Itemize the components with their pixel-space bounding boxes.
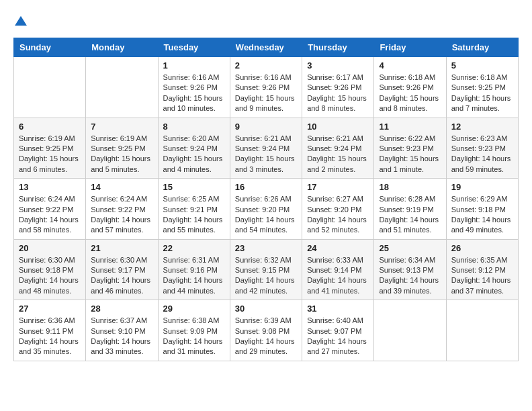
day-number: 20: [19, 243, 81, 253]
day-info: Sunrise: 6:17 AM Sunset: 9:26 PM Dayligh…: [307, 73, 369, 114]
day-info: Sunrise: 6:19 AM Sunset: 9:25 PM Dayligh…: [91, 134, 152, 175]
day-number: 12: [451, 122, 513, 132]
calendar-cell: 21Sunrise: 6:30 AM Sunset: 9:17 PM Dayli…: [86, 239, 158, 300]
day-info: Sunrise: 6:29 AM Sunset: 9:18 PM Dayligh…: [451, 194, 513, 236]
calendar-cell: 11Sunrise: 6:22 AM Sunset: 9:23 PM Dayli…: [374, 118, 446, 179]
day-info: Sunrise: 6:19 AM Sunset: 9:25 PM Dayligh…: [19, 134, 81, 175]
day-info: Sunrise: 6:30 AM Sunset: 9:18 PM Dayligh…: [19, 255, 81, 297]
day-number: 30: [235, 304, 297, 314]
day-info: Sunrise: 6:25 AM Sunset: 9:21 PM Dayligh…: [163, 194, 225, 236]
day-info: Sunrise: 6:20 AM Sunset: 9:24 PM Dayligh…: [163, 134, 225, 175]
calendar-cell: 30Sunrise: 6:39 AM Sunset: 9:08 PM Dayli…: [230, 300, 302, 361]
day-number: 13: [19, 182, 81, 192]
day-number: 15: [163, 182, 225, 192]
day-number: 26: [451, 243, 513, 253]
calendar-cell: 13Sunrise: 6:24 AM Sunset: 9:22 PM Dayli…: [14, 179, 86, 240]
day-info: Sunrise: 6:24 AM Sunset: 9:22 PM Dayligh…: [19, 194, 81, 236]
day-number: 21: [91, 243, 152, 253]
day-info: Sunrise: 6:22 AM Sunset: 9:23 PM Dayligh…: [379, 134, 441, 175]
day-info: Sunrise: 6:31 AM Sunset: 9:16 PM Dayligh…: [163, 255, 225, 297]
day-info: Sunrise: 6:30 AM Sunset: 9:17 PM Dayligh…: [91, 255, 152, 297]
day-number: 27: [19, 304, 81, 314]
page-header: [13, 13, 519, 31]
calendar-cell: 26Sunrise: 6:35 AM Sunset: 9:12 PM Dayli…: [446, 239, 518, 300]
calendar-cell: 7Sunrise: 6:19 AM Sunset: 9:25 PM Daylig…: [86, 118, 158, 179]
calendar-cell: 8Sunrise: 6:20 AM Sunset: 9:24 PM Daylig…: [158, 118, 230, 179]
calendar-week-row: 6Sunrise: 6:19 AM Sunset: 9:25 PM Daylig…: [14, 118, 519, 179]
calendar-week-row: 13Sunrise: 6:24 AM Sunset: 9:22 PM Dayli…: [14, 179, 519, 240]
day-info: Sunrise: 6:28 AM Sunset: 9:19 PM Dayligh…: [379, 194, 441, 236]
day-info: Sunrise: 6:16 AM Sunset: 9:26 PM Dayligh…: [163, 73, 225, 114]
day-number: 28: [91, 304, 152, 314]
day-number: 14: [91, 182, 152, 192]
day-number: 5: [451, 60, 513, 71]
day-number: 11: [379, 122, 441, 132]
day-number: 2: [235, 60, 297, 71]
calendar-cell: 27Sunrise: 6:36 AM Sunset: 9:11 PM Dayli…: [14, 300, 86, 361]
day-info: Sunrise: 6:40 AM Sunset: 9:07 PM Dayligh…: [307, 316, 369, 357]
calendar-week-row: 27Sunrise: 6:36 AM Sunset: 9:11 PM Dayli…: [14, 300, 519, 361]
calendar-cell: 23Sunrise: 6:32 AM Sunset: 9:15 PM Dayli…: [230, 239, 302, 300]
day-number: 16: [235, 182, 297, 192]
day-info: Sunrise: 6:18 AM Sunset: 9:25 PM Dayligh…: [451, 73, 513, 114]
svg-marker-0: [15, 16, 27, 26]
calendar-cell: 29Sunrise: 6:38 AM Sunset: 9:09 PM Dayli…: [158, 300, 230, 361]
day-number: 24: [307, 243, 369, 253]
day-info: Sunrise: 6:24 AM Sunset: 9:22 PM Dayligh…: [91, 194, 152, 236]
day-number: 31: [307, 304, 369, 314]
day-number: 4: [379, 60, 441, 71]
calendar-cell: 3Sunrise: 6:17 AM Sunset: 9:26 PM Daylig…: [302, 57, 374, 118]
calendar-cell: 1Sunrise: 6:16 AM Sunset: 9:26 PM Daylig…: [158, 57, 230, 118]
day-number: 3: [307, 60, 369, 71]
day-info: Sunrise: 6:21 AM Sunset: 9:24 PM Dayligh…: [307, 134, 369, 175]
calendar-cell: 28Sunrise: 6:37 AM Sunset: 9:10 PM Dayli…: [86, 300, 158, 361]
calendar-cell: [86, 57, 158, 118]
calendar-cell: [446, 300, 518, 361]
day-number: 29: [163, 304, 225, 314]
calendar-cell: 6Sunrise: 6:19 AM Sunset: 9:25 PM Daylig…: [14, 118, 86, 179]
day-number: 8: [163, 122, 225, 132]
day-info: Sunrise: 6:21 AM Sunset: 9:24 PM Dayligh…: [235, 134, 297, 175]
weekday-header-monday: Monday: [86, 38, 158, 57]
calendar-cell: [374, 300, 446, 361]
day-info: Sunrise: 6:23 AM Sunset: 9:23 PM Dayligh…: [451, 134, 513, 175]
day-number: 25: [379, 243, 441, 253]
day-info: Sunrise: 6:26 AM Sunset: 9:20 PM Dayligh…: [235, 194, 297, 236]
day-number: 10: [307, 122, 369, 132]
calendar-week-row: 1Sunrise: 6:16 AM Sunset: 9:26 PM Daylig…: [14, 57, 519, 118]
day-number: 7: [91, 122, 152, 132]
calendar-cell: 14Sunrise: 6:24 AM Sunset: 9:22 PM Dayli…: [86, 179, 158, 240]
day-info: Sunrise: 6:16 AM Sunset: 9:26 PM Dayligh…: [235, 73, 297, 114]
weekday-header-friday: Friday: [374, 38, 446, 57]
weekday-header-tuesday: Tuesday: [158, 38, 230, 57]
day-number: 1: [163, 60, 225, 71]
day-info: Sunrise: 6:35 AM Sunset: 9:12 PM Dayligh…: [451, 255, 513, 297]
calendar-cell: 31Sunrise: 6:40 AM Sunset: 9:07 PM Dayli…: [302, 300, 374, 361]
calendar-cell: 12Sunrise: 6:23 AM Sunset: 9:23 PM Dayli…: [446, 118, 518, 179]
weekday-header-wednesday: Wednesday: [230, 38, 302, 57]
day-number: 17: [307, 182, 369, 192]
calendar-cell: 9Sunrise: 6:21 AM Sunset: 9:24 PM Daylig…: [230, 118, 302, 179]
day-info: Sunrise: 6:34 AM Sunset: 9:13 PM Dayligh…: [379, 255, 441, 297]
calendar-cell: [14, 57, 86, 118]
day-info: Sunrise: 6:38 AM Sunset: 9:09 PM Dayligh…: [163, 316, 225, 357]
day-info: Sunrise: 6:39 AM Sunset: 9:08 PM Dayligh…: [235, 316, 297, 357]
day-number: 18: [379, 182, 441, 192]
calendar-cell: 5Sunrise: 6:18 AM Sunset: 9:25 PM Daylig…: [446, 57, 518, 118]
day-info: Sunrise: 6:18 AM Sunset: 9:26 PM Dayligh…: [379, 73, 441, 114]
day-info: Sunrise: 6:32 AM Sunset: 9:15 PM Dayligh…: [235, 255, 297, 297]
day-info: Sunrise: 6:36 AM Sunset: 9:11 PM Dayligh…: [19, 316, 81, 357]
day-number: 23: [235, 243, 297, 253]
weekday-header-sunday: Sunday: [14, 38, 86, 57]
calendar-week-row: 20Sunrise: 6:30 AM Sunset: 9:18 PM Dayli…: [14, 239, 519, 300]
calendar-cell: 4Sunrise: 6:18 AM Sunset: 9:26 PM Daylig…: [374, 57, 446, 118]
day-info: Sunrise: 6:33 AM Sunset: 9:14 PM Dayligh…: [307, 255, 369, 297]
weekday-header-row: SundayMondayTuesdayWednesdayThursdayFrid…: [14, 38, 519, 57]
weekday-header-thursday: Thursday: [302, 38, 374, 57]
logo: [13, 13, 27, 31]
calendar-cell: 19Sunrise: 6:29 AM Sunset: 9:18 PM Dayli…: [446, 179, 518, 240]
calendar-cell: 24Sunrise: 6:33 AM Sunset: 9:14 PM Dayli…: [302, 239, 374, 300]
day-number: 6: [19, 122, 81, 132]
calendar-cell: 17Sunrise: 6:27 AM Sunset: 9:20 PM Dayli…: [302, 179, 374, 240]
calendar-cell: 22Sunrise: 6:31 AM Sunset: 9:16 PM Dayli…: [158, 239, 230, 300]
